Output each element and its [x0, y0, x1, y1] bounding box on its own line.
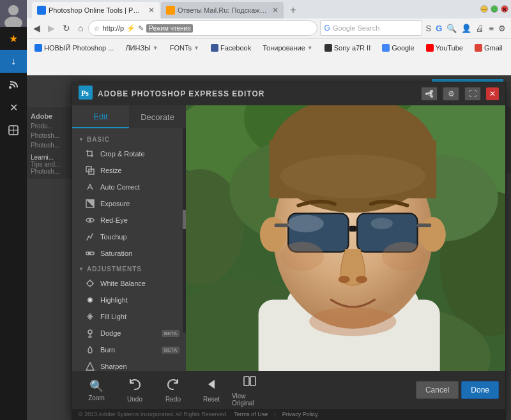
ps-share-button[interactable]	[421, 87, 438, 101]
search-button[interactable]: 🔍	[445, 22, 458, 34]
print-button[interactable]: 🖨	[475, 22, 485, 34]
bookmark-photoshop[interactable]: НОВЫЙ Photoshop ...	[31, 43, 118, 53]
menu-item-autocorrect[interactable]: Auto Correct	[72, 179, 186, 195]
menu-item-burn[interactable]: Burn BETA	[72, 341, 186, 358]
bookmark-label-linzy: ЛИНЗЫ	[125, 44, 150, 52]
bottom-tool-reset[interactable]: Reset	[194, 374, 229, 406]
svg-rect-59	[416, 223, 431, 227]
tab-mailru[interactable]: Ответы Mail.Ru: Подскажите он... ✕	[161, 2, 284, 19]
tab-label-photoshop: Photoshop Online Tools | Photo...	[49, 6, 143, 14]
ps-settings-button[interactable]: ⚙	[443, 87, 459, 101]
whitebalance-icon	[85, 278, 95, 289]
tab-photoshop[interactable]: Photoshop Online Tools | Photo... ✕	[32, 2, 160, 19]
bookmark-fonts[interactable]: FONTs ▼	[166, 43, 203, 53]
reload-button[interactable]: ↻	[60, 22, 73, 34]
menu-item-exposure[interactable]: Exposure	[72, 195, 186, 212]
user-button[interactable]: 👤	[460, 22, 473, 34]
svg-rect-22	[88, 252, 91, 255]
search-placeholder: Google Search	[333, 24, 379, 32]
tab-decorate[interactable]: Decorate	[129, 105, 186, 128]
footer-terms[interactable]: Terms of Use	[234, 411, 268, 417]
tab-edit[interactable]: Edit	[72, 105, 129, 128]
bookmark-dropdown-toning[interactable]: ▼	[307, 45, 313, 51]
menu-item-crop[interactable]: Crop & Rotate	[72, 146, 186, 162]
tab-favicon-mailru	[166, 6, 175, 15]
extensions-button[interactable]: S	[425, 22, 433, 34]
bookmark-facebook[interactable]: Facebook	[207, 43, 255, 53]
ps-image-area	[186, 105, 505, 371]
menu-item-whitebalance[interactable]: White Balance	[72, 275, 186, 292]
bookmark-google[interactable]: Google	[378, 43, 418, 53]
bookmark-label-google: Google	[392, 44, 414, 52]
menu-item-redeye[interactable]: Red-Eye	[72, 212, 186, 229]
menu-item-filllight[interactable]: Fill Light	[72, 308, 186, 325]
ps-body: Edit Decorate ▼ BASIC	[72, 105, 505, 371]
bookmark-dropdown-fonts[interactable]: ▼	[194, 45, 199, 51]
favorites-icon[interactable]: ★	[0, 27, 27, 50]
ps-dialog-title: ADOBE PHOTOSHOP EXPRESS EDITOR	[98, 89, 416, 98]
bookmark-gmail[interactable]: Gmail	[471, 43, 507, 53]
google-button[interactable]: G	[434, 22, 443, 34]
svg-point-64	[309, 307, 396, 336]
ps-title-bar: Ps ADOBE PHOTOSHOP EXPRESS EDITOR ⚙ ⛶	[72, 82, 505, 105]
svg-point-29	[89, 299, 91, 301]
bookmark-youtube[interactable]: YouTube	[422, 43, 467, 53]
menu-label-filllight: Fill Light	[100, 313, 126, 320]
svg-point-51	[260, 217, 286, 252]
tools-icon[interactable]: ✕	[0, 96, 27, 119]
tab-close-photoshop[interactable]: ✕	[148, 6, 155, 15]
menu-item-dodge[interactable]: Dodge BETA	[72, 325, 186, 341]
minimize-button[interactable]: —	[480, 5, 488, 13]
menu-label-whitebalance: White Balance	[100, 280, 146, 287]
section-header-basic: ▼ BASIC	[72, 132, 186, 146]
section-adjustments-label: ADJUSTMENTS	[87, 266, 142, 273]
reset-label: Reset	[203, 396, 220, 403]
ps-close-button[interactable]: ✕	[486, 87, 499, 100]
search-bar[interactable]: G Google Search	[320, 20, 422, 36]
new-tab-button[interactable]: +	[285, 2, 301, 19]
done-button[interactable]: Done	[461, 381, 499, 399]
section-basic-label: BASIC	[87, 136, 110, 143]
svg-point-61	[371, 218, 393, 229]
cancel-button[interactable]: Cancel	[416, 381, 459, 399]
settings-button[interactable]: ⚙	[497, 22, 507, 34]
bookmark-dropdown-linzy[interactable]: ▼	[153, 45, 158, 51]
menu-item-highlight[interactable]: Highlight	[72, 292, 186, 308]
bookmark-icon-facebook	[211, 44, 218, 52]
bottom-tool-zoom[interactable]: 🔍 Zoom	[79, 374, 114, 406]
ps-footer: © 2013 Adobe Systems Incorporated. All R…	[72, 409, 505, 419]
home-button[interactable]: ⌂	[75, 22, 86, 34]
forward-button[interactable]: ▶	[45, 22, 57, 34]
bookmark-icon-sony	[324, 44, 332, 52]
svg-point-1	[8, 5, 19, 15]
menu-item-sharpen[interactable]: Sharpen	[72, 358, 186, 371]
bookmark-sony[interactable]: Sony a7R II	[321, 43, 374, 53]
bottom-tool-undo[interactable]: Undo	[117, 374, 153, 406]
ps-tabs: Edit Decorate	[72, 105, 186, 128]
menu-label-highlight: Highlight	[100, 296, 128, 304]
rss-icon[interactable]	[0, 73, 27, 96]
footer-privacy[interactable]: Privacy Policy	[282, 411, 318, 417]
bottom-tool-vieworiginal[interactable]: View Original	[232, 374, 268, 406]
exposure-icon	[85, 199, 95, 209]
highlight-icon	[85, 295, 95, 305]
menu-button[interactable]: ≡	[487, 22, 495, 34]
tab-close-mailru[interactable]: ✕	[272, 6, 278, 15]
games-icon[interactable]	[0, 119, 27, 142]
avatar	[0, 0, 27, 27]
bottom-tool-redo[interactable]: Redo	[155, 374, 191, 406]
maximize-button[interactable]: □	[491, 5, 498, 13]
dodge-beta-badge: BETA	[162, 330, 179, 337]
download-icon[interactable]: ↓	[0, 50, 27, 73]
back-button[interactable]: ◀	[31, 22, 43, 34]
menu-item-resize[interactable]: Resize	[72, 162, 186, 179]
menu-item-saturation[interactable]: Saturation	[72, 245, 186, 262]
redo-icon	[166, 377, 180, 394]
close-button[interactable]: ✕	[501, 5, 508, 13]
bookmark-toning[interactable]: Тонирование ▼	[259, 43, 317, 53]
bookmark-linzy[interactable]: ЛИНЗЫ ▼	[121, 43, 162, 53]
svg-point-66	[382, 242, 425, 271]
ps-fullscreen-button[interactable]: ⛶	[464, 87, 481, 101]
menu-item-touchup[interactable]: Touchup	[72, 229, 186, 245]
address-bar[interactable]: ☆ http://p ⚡ ✎ Режим чтения	[88, 20, 317, 36]
